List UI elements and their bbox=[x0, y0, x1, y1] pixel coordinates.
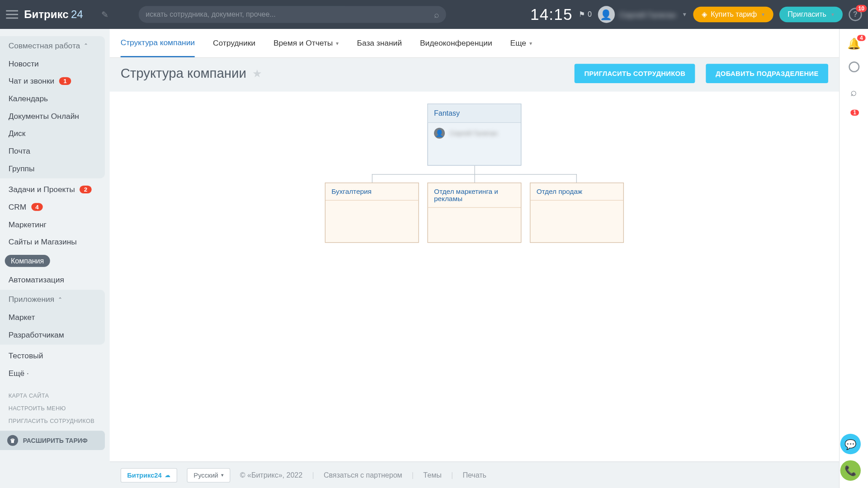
sidebar-small-sitemap[interactable]: КАРТА САЙТА bbox=[0, 389, 110, 402]
invite-button[interactable]: Пригласить ▾ bbox=[779, 7, 843, 23]
tab-employees[interactable]: Сотрудники bbox=[213, 29, 255, 57]
sidebar-item-news[interactable]: Новости bbox=[0, 55, 105, 72]
menu-icon[interactable] bbox=[6, 10, 18, 19]
sidebar-item-test[interactable]: Тестовый bbox=[0, 347, 110, 365]
rail-notifications[interactable]: 🔔 4 bbox=[847, 38, 860, 51]
sidebar-group-apps: Приложения ⌃ Маркет Разработчикам bbox=[0, 290, 105, 344]
badge: 1 bbox=[59, 77, 71, 85]
footer: Битрикс24 ☁ Русский ▾ © «Битрикс», 2022 … bbox=[110, 461, 839, 488]
search-input[interactable] bbox=[146, 10, 434, 19]
footer-brand-button[interactable]: Битрикс24 ☁ bbox=[121, 468, 178, 482]
tabs: Структура компании Сотрудники Время и От… bbox=[110, 29, 839, 58]
logo[interactable]: Битрикс 24 bbox=[24, 8, 83, 21]
tab-video[interactable]: Видеоконференции bbox=[420, 29, 492, 57]
sidebar-small-menu-settings[interactable]: НАСТРОИТЬ МЕНЮ bbox=[0, 402, 110, 414]
search-icon: ⌕ bbox=[850, 86, 857, 99]
sidebar-small-invite[interactable]: ПРИГЛАСИТЬ СОТРУДНИКОВ bbox=[0, 414, 110, 427]
invite-employees-button[interactable]: ПРИГЛАСИТЬ СОТРУДНИКОВ bbox=[575, 64, 695, 83]
buy-tariff-label: Купить тариф bbox=[711, 10, 757, 19]
sidebar-item-docs[interactable]: Документы Онлайн bbox=[0, 107, 105, 125]
rail-chat[interactable] bbox=[849, 61, 859, 75]
add-department-button[interactable]: ДОБАВИТЬ ПОДРАЗДЕЛЕНИЕ bbox=[706, 64, 828, 83]
float-chat-button[interactable]: 💬 bbox=[840, 434, 861, 454]
tab-time-reports[interactable]: Время и Отчеты▾ bbox=[274, 29, 339, 57]
invite-label: Пригласить bbox=[788, 10, 826, 19]
tab-more[interactable]: Еще▾ bbox=[510, 29, 533, 57]
badge: 1 bbox=[851, 110, 859, 116]
tab-structure[interactable]: Структура компании bbox=[121, 29, 195, 57]
footer-link-print[interactable]: Печать bbox=[462, 471, 486, 479]
sidebar: Совместная работа ⌃ Новости Чат и звонки… bbox=[0, 29, 110, 488]
floating-buttons: 💬 📞 bbox=[840, 434, 861, 481]
sidebar-item-market[interactable]: Маркет bbox=[0, 309, 105, 326]
sidebar-item-developers[interactable]: Разработчикам bbox=[0, 326, 105, 343]
org-canvas: Fantasy 👤 Сергей Галеган Бухгалтерия Отд… bbox=[110, 92, 839, 462]
flag-count-value: 0 bbox=[588, 10, 592, 19]
task-flag[interactable]: ⚑ 0 bbox=[579, 10, 592, 19]
cloud-icon: ☁ bbox=[165, 472, 170, 479]
org-child-title: Бухгалтерия bbox=[326, 183, 418, 201]
right-rail: 🔔 4 ⌕ 1 bbox=[839, 29, 868, 488]
org-child-title: Отдел продаж bbox=[530, 183, 623, 201]
edit-icon[interactable]: ✎ bbox=[101, 9, 108, 19]
badge: 2 bbox=[80, 186, 91, 193]
footer-language-button[interactable]: Русский ▾ bbox=[187, 468, 231, 482]
sidebar-item-more[interactable]: Ещё · bbox=[0, 365, 110, 382]
chevron-down-icon: ▾ bbox=[529, 40, 533, 46]
sidebar-item-groups[interactable]: Группы bbox=[0, 160, 105, 177]
org-children: Бухгалтерия Отдел маркетинга и рекламы О… bbox=[325, 183, 624, 243]
logo-suffix: 24 bbox=[71, 8, 83, 21]
sidebar-item-chat[interactable]: Чат и звонки1 bbox=[0, 72, 105, 90]
person-name: Сергей Галеган bbox=[450, 130, 498, 137]
top-header: Битрикс 24 ✎ ⌕ 14:15 ⚑ 0 👤 Сергей Галега… bbox=[0, 0, 868, 29]
sidebar-group-label: Приложения bbox=[9, 295, 54, 304]
footer-link-partner[interactable]: Связаться с партнером bbox=[324, 471, 402, 479]
chat-icon bbox=[849, 61, 859, 72]
connector-horizontal bbox=[372, 174, 577, 183]
sidebar-item-calendar[interactable]: Календарь bbox=[0, 90, 105, 108]
float-call-button[interactable]: 📞 bbox=[840, 460, 861, 481]
org-child-node[interactable]: Бухгалтерия bbox=[325, 183, 419, 243]
chat-bubble-icon: 💬 bbox=[844, 438, 857, 450]
flag-icon: ⚑ bbox=[579, 10, 585, 19]
footer-link-themes[interactable]: Темы bbox=[423, 471, 441, 479]
help-button[interactable]: ? 10 bbox=[849, 8, 862, 21]
search-box[interactable]: ⌕ bbox=[138, 6, 446, 23]
sidebar-item-crm[interactable]: CRM4 bbox=[0, 198, 110, 216]
org-child-node[interactable]: Отдел маркетинга и рекламы bbox=[427, 183, 521, 243]
footer-copyright: © «Битрикс», 2022 bbox=[240, 471, 302, 479]
sidebar-item-sites[interactable]: Сайты и Магазины bbox=[0, 233, 110, 251]
sidebar-group-head[interactable]: Совместная работа ⌃ bbox=[0, 36, 105, 55]
chevron-down-icon: ▾ bbox=[221, 472, 223, 478]
user-chip[interactable]: 👤 Сергей Галеган ▼ bbox=[598, 6, 687, 23]
sidebar-upgrade-button[interactable]: ♛ РАСШИРИТЬ ТАРИФ bbox=[0, 431, 105, 450]
sidebar-item-company[interactable]: Компания bbox=[0, 251, 110, 271]
chevron-down-icon: ▾ bbox=[762, 11, 765, 17]
page-title: Структура компании bbox=[121, 66, 246, 81]
user-name: Сергей Галеган bbox=[619, 10, 676, 19]
crown-icon: ♛ bbox=[7, 435, 18, 446]
search-icon[interactable]: ⌕ bbox=[434, 9, 439, 19]
chevron-down-icon: ▾ bbox=[831, 11, 835, 17]
sidebar-group-collab: Совместная работа ⌃ Новости Чат и звонки… bbox=[0, 36, 105, 178]
connector bbox=[474, 166, 475, 174]
sidebar-item-disk[interactable]: Диск bbox=[0, 125, 105, 142]
org-person[interactable]: 👤 Сергей Галеган bbox=[434, 128, 515, 139]
tab-knowledge[interactable]: База знаний bbox=[357, 29, 402, 57]
org-child-node[interactable]: Отдел продаж bbox=[530, 183, 624, 243]
sidebar-item-mail[interactable]: Почта bbox=[0, 142, 105, 160]
sidebar-item-automation[interactable]: Автоматизация bbox=[0, 271, 110, 289]
chevron-down-icon: ▾ bbox=[336, 40, 339, 46]
sidebar-item-marketing[interactable]: Маркетинг bbox=[0, 216, 110, 233]
sidebar-item-tasks[interactable]: Задачи и Проекты2 bbox=[0, 181, 110, 198]
org-root-body: 👤 Сергей Галеган bbox=[428, 123, 521, 165]
logo-text: Битрикс bbox=[24, 8, 68, 21]
star-icon[interactable]: ★ bbox=[252, 67, 262, 80]
org-root-node[interactable]: Fantasy 👤 Сергей Галеган bbox=[427, 103, 521, 165]
badge: 4 bbox=[858, 35, 865, 41]
upgrade-label: РАСШИРИТЬ ТАРИФ bbox=[23, 437, 88, 444]
sidebar-group-head[interactable]: Приложения ⌃ bbox=[0, 290, 105, 308]
rail-search[interactable]: ⌕ bbox=[850, 86, 857, 99]
chevron-up-icon: ⌃ bbox=[84, 42, 89, 48]
buy-tariff-button[interactable]: ◈ Купить тариф ▾ bbox=[693, 7, 774, 23]
